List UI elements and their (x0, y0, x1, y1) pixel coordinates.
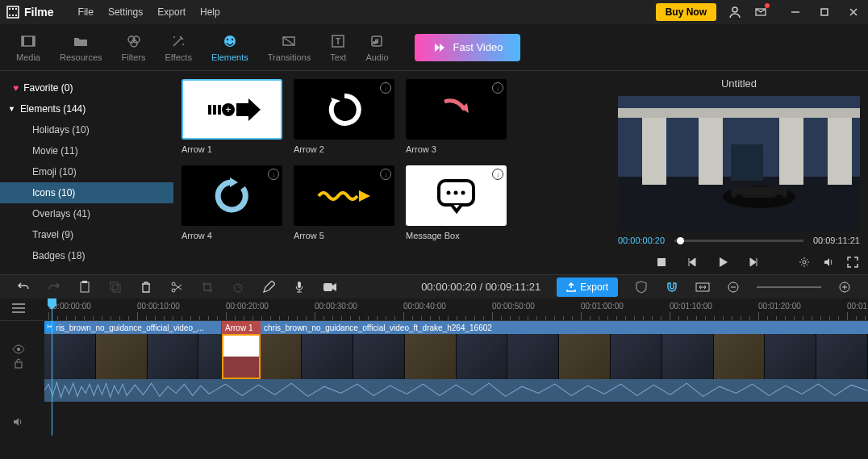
tool-resources[interactable]: Resources (50, 28, 112, 67)
svg-point-48 (734, 194, 744, 204)
close-icon[interactable] (845, 5, 862, 19)
svg-text:+: + (225, 104, 231, 115)
project-title: Untitled (618, 71, 860, 96)
tool-elements[interactable]: Elements (202, 28, 258, 67)
minimize-icon[interactable] (787, 5, 803, 19)
zoom-slider[interactable] (757, 286, 821, 288)
timeline-ruler[interactable]: 00:00:00:0000:00:10:0000:00:20:0000:00:3… (0, 298, 868, 321)
tool-transitions[interactable]: Transitions (258, 28, 320, 67)
svg-point-56 (172, 282, 175, 286)
grid-item-arrow3[interactable]: ↓ Arrow 3 (406, 79, 507, 154)
magnet-icon[interactable] (665, 280, 679, 294)
clip-segment-1[interactable]: chris_brown_no_guidance_official_video_.… (44, 321, 222, 334)
edit-icon[interactable] (261, 280, 276, 294)
preview-slider[interactable] (674, 240, 803, 242)
tool-audio[interactable]: Audio (356, 28, 398, 67)
prev-frame-icon[interactable] (685, 255, 699, 269)
sidebar-item-movie[interactable]: Movie (11) (0, 140, 173, 161)
time-current: 00:00:00:20 (618, 236, 665, 245)
arrow-element-clip[interactable] (222, 334, 261, 379)
timeline-time: 00:00:00:20 / 00:09:11:21 (421, 281, 540, 293)
sidebar-item-badges[interactable]: Badges (18) (0, 245, 173, 266)
fullscreen-icon[interactable] (845, 255, 860, 269)
download-icon: ↓ (492, 82, 503, 94)
menu-help[interactable]: Help (200, 6, 220, 18)
zoom-out-icon[interactable] (726, 280, 741, 294)
redo-icon[interactable] (47, 280, 61, 294)
grid-item-messagebox[interactable]: ↓ Message Box (406, 165, 507, 240)
mic-icon[interactable] (292, 280, 307, 294)
play-icon[interactable] (716, 255, 730, 269)
lock-icon[interactable] (14, 357, 23, 369)
elements-icon (222, 33, 238, 49)
fit-icon[interactable] (695, 280, 710, 294)
sidebar-item-icons[interactable]: Icons (10) (0, 182, 173, 203)
filters-icon (126, 33, 142, 49)
grid-item-arrow1[interactable]: + Arrow 1 (182, 79, 282, 154)
tool-filters[interactable]: Filters (112, 28, 156, 67)
clip-segment-arrow[interactable]: Arrow 1 (222, 321, 261, 334)
download-icon: ↓ (492, 169, 503, 180)
time-total: 00:09:11:21 (813, 236, 860, 245)
sidebar-favorite[interactable]: ♥Favorite (0) (0, 77, 173, 98)
svg-rect-4 (9, 15, 10, 16)
tool-media[interactable]: Media (6, 28, 50, 67)
grid-item-arrow5[interactable]: ↓ Arrow 5 (294, 165, 394, 240)
account-icon[interactable] (728, 5, 742, 19)
svg-rect-69 (44, 379, 868, 402)
audio-track[interactable] (44, 410, 868, 434)
svg-point-35 (447, 190, 451, 194)
mail-icon[interactable] (753, 5, 768, 19)
delete-icon[interactable] (139, 280, 153, 294)
speed-icon[interactable] (231, 280, 245, 294)
paste-icon[interactable] (77, 280, 92, 294)
sidebar-item-holidays[interactable]: Holidays (10) (0, 119, 173, 140)
next-frame-icon[interactable] (746, 255, 761, 269)
stop-icon[interactable] (654, 255, 669, 269)
audio-waveform[interactable] (44, 379, 868, 402)
sidebar-item-travel[interactable]: Travel (9) (0, 224, 173, 245)
menu-export[interactable]: Export (157, 6, 186, 18)
camera-icon[interactable] (323, 280, 337, 294)
sidebar-item-overlays[interactable]: Overlays (41) (0, 203, 173, 224)
tool-text[interactable]: TText (320, 28, 356, 67)
preview-video[interactable] (618, 96, 860, 231)
svg-point-19 (173, 36, 175, 38)
crop-icon[interactable] (200, 280, 215, 294)
sidebar-elements[interactable]: ▼Elements (144) (0, 98, 173, 119)
menu-settings[interactable]: Settings (108, 6, 143, 18)
menu-file[interactable]: File (78, 6, 94, 18)
hamburger-icon[interactable] (12, 303, 25, 313)
zoom-in-icon[interactable] (837, 280, 852, 294)
tracks: ✂ chris_brown_no_guidance_official_video… (0, 321, 868, 434)
preview-panel: Untitled 00:00:00:20 00:09:11:21 (610, 71, 868, 274)
undo-icon[interactable] (16, 280, 31, 294)
scissors-icon[interactable]: ✂ (44, 321, 56, 332)
export-button[interactable]: Export (557, 277, 618, 297)
eye-icon[interactable] (12, 344, 25, 354)
ruler-mark: 00:01:20:00 (758, 302, 801, 311)
split-icon[interactable] (169, 280, 184, 294)
logo-icon (6, 6, 19, 19)
settings-gear-icon[interactable] (797, 255, 812, 269)
svg-rect-40 (642, 112, 666, 185)
playhead[interactable] (52, 298, 52, 436)
volume-icon[interactable] (821, 255, 836, 269)
clip-segment-2[interactable]: chris_brown_no_guidance_official_video_f… (261, 321, 868, 334)
svg-rect-54 (111, 282, 118, 290)
copy-icon[interactable] (108, 280, 123, 294)
sidebar-item-emoji[interactable]: Emoji (10) (0, 161, 173, 182)
fast-video-button[interactable]: Fast Video (415, 34, 521, 61)
grid-item-arrow4[interactable]: ↓ Arrow 4 (182, 165, 282, 240)
shield-icon[interactable] (634, 280, 649, 294)
toolbar: Media Resources Filters Effects Elements… (0, 24, 868, 71)
speaker-icon[interactable] (12, 416, 23, 428)
svg-rect-2 (12, 8, 14, 10)
buy-now-button[interactable]: Buy Now (656, 3, 716, 21)
video-track[interactable] (44, 334, 868, 379)
maximize-icon[interactable] (816, 5, 833, 19)
tool-effects[interactable]: Effects (156, 28, 202, 67)
grid-item-arrow2[interactable]: ↓ Arrow 2 (294, 79, 394, 154)
ruler-mark: 00:00:40:00 (403, 302, 446, 311)
timeline: 00:00:00:0000:00:10:0000:00:20:0000:00:3… (0, 298, 868, 434)
